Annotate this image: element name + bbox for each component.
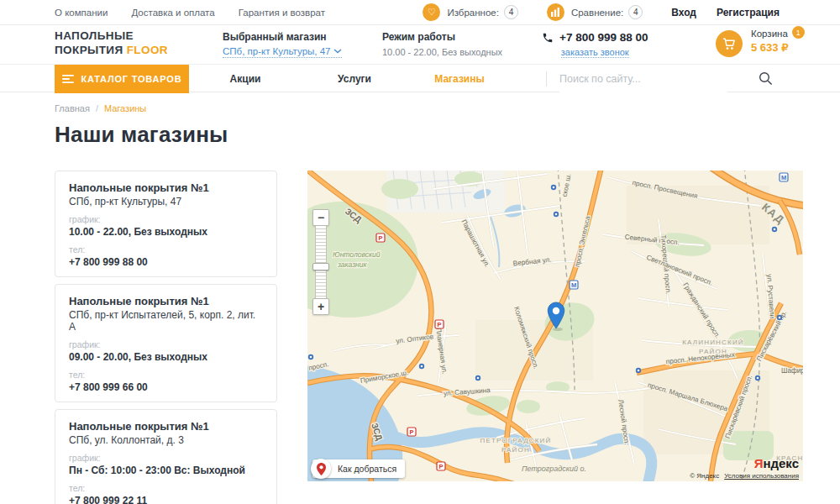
- phone-label: тел:: [69, 244, 263, 255]
- cart[interactable]: Корзина 1 5 633 ₽: [716, 29, 805, 57]
- svg-text:P: P: [438, 463, 443, 470]
- store-phone: +7 800 999 22 11: [69, 495, 263, 504]
- store-name: Напольные покрытия №1: [69, 295, 263, 307]
- selected-store-value: СПб, пр-кт Культуры, 47: [223, 46, 330, 56]
- page-title: Наши магазины: [55, 122, 840, 147]
- svg-text:P: P: [437, 321, 441, 328]
- catalog-button[interactable]: КАТАЛОГ ТОВАРОВ: [55, 65, 189, 93]
- compare-label: Сравнение:: [571, 8, 623, 18]
- store-address: СПб, пр-кт Культуры, 47: [69, 196, 263, 207]
- map-zoom-handle[interactable]: [312, 263, 329, 270]
- selected-store-block: Выбранный магазин СПб, пр-кт Культуры, 4…: [223, 31, 342, 58]
- breadcrumb-current: Магазины: [104, 103, 146, 113]
- store-schedule: 09.00 - 20.00, Без выходных: [69, 351, 263, 363]
- store-schedule: 10.00 - 22.00, Без выходных: [69, 226, 263, 238]
- heart-icon: ♡: [423, 3, 440, 21]
- favorites[interactable]: ♡ Избранное: 4: [423, 3, 517, 21]
- map-label-petrogradsky-island: Петроградский о.: [522, 465, 586, 473]
- map-label-petrogradsky: ПЕТРОГРАДСКИЙ: [480, 437, 551, 444]
- svg-text:М: М: [571, 281, 576, 289]
- map-label-petrogradsky2: РАЙОН: [501, 446, 530, 454]
- phone-label: тел:: [69, 483, 263, 493]
- selected-store-dropdown[interactable]: СПб, пр-кт Культуры, 47: [223, 46, 342, 58]
- directions-button[interactable]: Как добраться: [312, 459, 405, 478]
- copyright-text: © Яндекс: [690, 472, 719, 480]
- chevron-down-icon: [333, 49, 342, 54]
- search-input[interactable]: [559, 65, 727, 93]
- svg-text:P: P: [378, 234, 382, 242]
- logo[interactable]: НАПОЛЬНЫЕ ПОКРЫТИЯ FLOOR: [55, 29, 168, 58]
- hours-label: Режим работы: [382, 31, 502, 43]
- breadcrumb-separator: /: [96, 103, 98, 113]
- yandex-logo[interactable]: Яндекс: [754, 456, 799, 470]
- topbar-right: ♡ Избранное: 4 Сравнение: 4 Вход Регистр…: [423, 3, 840, 21]
- store-name: Напольные покрытия №1: [69, 181, 263, 194]
- terms-link[interactable]: Условия использования: [724, 472, 799, 480]
- main-nav: КАТАЛОГ ТОВАРОВ Акции Услуги Магазины: [0, 64, 840, 92]
- selected-store-label: Выбранный магазин: [223, 31, 342, 43]
- logo-accent: FLOOR: [127, 44, 168, 56]
- svg-text:P: P: [409, 428, 413, 436]
- nav-item-promos[interactable]: Акции: [230, 65, 261, 93]
- nav-divider: [546, 71, 547, 87]
- phone-label: тел:: [69, 370, 263, 380]
- svg-text:М: М: [781, 174, 786, 181]
- header-phone[interactable]: +7 800 999 88 00: [559, 31, 648, 44]
- page-content: Главная / Магазины Наши магазины Напольн…: [0, 92, 840, 504]
- cart-total: 5 633 ₽: [751, 41, 805, 54]
- compare-bars-icon: [547, 3, 564, 21]
- store-schedule: Пн - Сб: 10:00 - 23:00 Вс: Выходной: [69, 465, 263, 476]
- favorites-label: Избранное:: [447, 8, 498, 18]
- breadcrumb-home[interactable]: Главная: [55, 103, 90, 113]
- map-zoom-slider[interactable]: [315, 226, 327, 298]
- phone-icon: [542, 32, 554, 44]
- search-icon[interactable]: [759, 71, 773, 89]
- breadcrumb: Главная / Магазины: [55, 103, 840, 113]
- map-label-kalininsky: КАЛИНИНСКИЙ: [682, 339, 744, 346]
- hours-value: 10.00 - 22.00, Без выходных: [382, 47, 502, 57]
- map-copyright: © Яндекс Условия использования: [690, 472, 799, 480]
- store-card: Напольные покрытия №1 СПб, пр-кт Испытат…: [55, 284, 277, 402]
- work-hours-block: Режим работы 10.00 - 22.00, Без выходных: [382, 31, 502, 57]
- store-name: Напольные покрытия №1: [69, 420, 263, 433]
- map-label-reserve: Юнтоловский: [333, 250, 381, 259]
- schedule-label: график:: [69, 453, 263, 463]
- compare-count-badge: 4: [628, 5, 643, 19]
- topbar: О компании Доставка и оплата Гарантия и …: [0, 0, 840, 25]
- map-zoom-out-button[interactable]: −: [312, 209, 329, 226]
- logo-line2: ПОКРЫТИЯ FLOOR: [55, 44, 168, 58]
- nav-item-stores[interactable]: Магазины: [434, 65, 484, 93]
- map-zoom-in-button[interactable]: +: [312, 298, 329, 315]
- map-label-shafirovsky: Шафир: [781, 367, 803, 375]
- store-address: СПб, пр-кт Испытателей, 5, корп. 2, лит.…: [69, 309, 263, 333]
- store-phone: +7 800 999 88 00: [69, 256, 263, 268]
- pin-icon: [311, 459, 331, 479]
- schedule-label: график:: [69, 339, 263, 349]
- compare[interactable]: Сравнение: 4: [547, 3, 643, 21]
- topbar-link-delivery[interactable]: Доставка и оплата: [131, 8, 214, 18]
- login-link[interactable]: Вход: [671, 7, 696, 18]
- cart-icon: [716, 30, 743, 57]
- cart-count-badge: 1: [792, 26, 805, 39]
- hamburger-icon: [62, 75, 74, 83]
- cart-label: Корзина: [751, 29, 788, 39]
- map-zoom-control: − +: [312, 209, 329, 315]
- store-address: СПб, ул. Коллонтай, д. 3: [69, 434, 263, 446]
- nav-item-services[interactable]: Услуги: [338, 65, 371, 93]
- topbar-link-warranty[interactable]: Гарантия и возврат: [239, 8, 325, 18]
- callback-link[interactable]: заказать звонок: [561, 47, 629, 58]
- topbar-link-about[interactable]: О компании: [55, 8, 108, 18]
- favorites-count-badge: 4: [504, 5, 518, 19]
- map-label-reserve2: заказник: [337, 260, 367, 269]
- logo-line1: НАПОЛЬНЫЕ: [55, 29, 168, 44]
- schedule-label: график:: [69, 214, 263, 224]
- topbar-links: О компании Доставка и оплата Гарантия и …: [0, 8, 325, 18]
- store-card: Напольные покрытия №1 СПб, пр-кт Культур…: [55, 171, 277, 277]
- store-card: Напольные покрытия №1 СПб, ул. Коллонтай…: [55, 409, 277, 504]
- store-list: Напольные покрытия №1 СПб, пр-кт Культур…: [55, 171, 277, 504]
- phone-block: +7 800 999 88 00 заказать звонок: [542, 31, 648, 59]
- register-link[interactable]: Регистрация: [717, 7, 780, 18]
- store-phone: +7 800 999 66 00: [69, 381, 263, 393]
- map[interactable]: ЗСД ЗСД Юнтоловский заказник Парашютная …: [307, 171, 803, 481]
- header: НАПОЛЬНЫЕ ПОКРЫТИЯ FLOOR Выбранный магаз…: [0, 25, 840, 64]
